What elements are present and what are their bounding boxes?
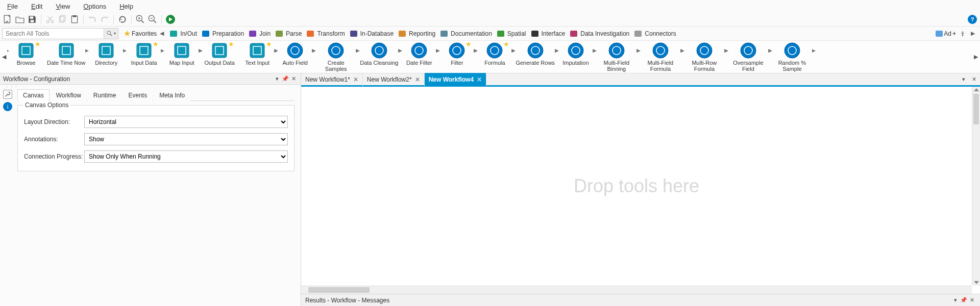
connection-progress-select[interactable]: Show Only When Running	[84, 150, 288, 163]
config-tab-canvas[interactable]: Canvas	[17, 89, 50, 101]
menu-options[interactable]: Options	[83, 3, 106, 10]
panel-dropdown-icon[interactable]: ▾	[273, 75, 281, 82]
svg-point-44	[653, 43, 668, 58]
tool-date-time-now[interactable]: ▶Date Time Now	[45, 42, 87, 72]
workflow-canvas[interactable]: Drop tools here	[301, 87, 972, 286]
tool-data-cleansing[interactable]: ▶▶Data Cleansing	[358, 42, 400, 72]
document-tab-2[interactable]: New Workflow4✕	[425, 73, 486, 86]
search-button[interactable]: ▾	[104, 28, 118, 39]
tool-multi-row-formula[interactable]: ▶▶Multi-Row Formula	[682, 42, 726, 72]
search-input[interactable]	[2, 28, 104, 39]
tool-map-input[interactable]: ▶Map Input	[163, 42, 201, 72]
tool-node-icon	[567, 42, 584, 59]
annotations-select[interactable]: Show	[84, 133, 288, 145]
results-close-icon[interactable]: ✕	[968, 297, 976, 303]
category-data-investigation[interactable]: Data Investigation	[570, 30, 629, 37]
config-tab-meta-info[interactable]: Meta Info	[154, 89, 190, 101]
tabrow-dropdown-icon[interactable]: ▾	[960, 76, 968, 83]
tool-oversample-field[interactable]: ▶▶Oversample Field	[726, 42, 770, 72]
category-parse[interactable]: Parse	[276, 30, 302, 37]
tool-filter[interactable]: ★▶▶Filter	[438, 42, 476, 72]
favorite-star-icon: ★	[503, 42, 509, 48]
menu-file[interactable]: File	[7, 3, 18, 10]
category-join[interactable]: Join	[249, 30, 271, 37]
tool-label: Multi-Field Binning	[597, 60, 636, 72]
zoom-in-icon[interactable]	[136, 15, 145, 24]
palette-next-icon[interactable]: ▶	[973, 54, 979, 60]
svg-rect-2	[31, 20, 34, 22]
undo-icon[interactable]	[88, 15, 97, 24]
svg-rect-12	[19, 43, 33, 58]
tool-browse[interactable]: ★▶Browse	[7, 42, 45, 72]
category-spatial[interactable]: Spatial	[497, 30, 526, 37]
wrench-icon[interactable]	[3, 90, 12, 99]
tool-date-filter[interactable]: ▶▶Date Filter	[400, 42, 438, 72]
category-swatch	[276, 31, 283, 37]
menu-help[interactable]: Help	[119, 3, 133, 10]
document-tab-close-icon[interactable]: ✕	[353, 76, 358, 83]
cat-prev-icon[interactable]: ◀	[158, 30, 165, 37]
category-reporting[interactable]: Reporting	[399, 30, 435, 37]
favorites-label[interactable]: Favorites	[132, 30, 157, 37]
horizontal-scrollbar[interactable]	[301, 286, 972, 294]
help-icon[interactable]: ?	[968, 15, 977, 24]
save-icon[interactable]	[28, 15, 37, 24]
input-anchor-icon: ▶	[356, 48, 360, 53]
output-anchor-icon: ▶	[812, 48, 816, 53]
document-tab-close-icon[interactable]: ✕	[415, 76, 420, 83]
refresh-icon[interactable]	[118, 15, 127, 24]
category-in-database[interactable]: In-Database	[350, 30, 394, 37]
menu-edit[interactable]: Edit	[31, 3, 42, 10]
category-documentation[interactable]: Documentation	[440, 30, 492, 37]
category-interface[interactable]: Interface	[531, 30, 566, 37]
layout-direction-select[interactable]: Horizontal	[84, 116, 288, 128]
open-icon[interactable]	[15, 15, 24, 24]
tool-text-input[interactable]: ★▶Text Input	[238, 42, 276, 72]
tool-imputation[interactable]: ▶▶Imputation	[557, 42, 595, 72]
panel-close-icon[interactable]: ✕	[289, 75, 298, 82]
config-tab-workflow[interactable]: Workflow	[51, 89, 87, 101]
results-dropdown-icon[interactable]: ▾	[951, 297, 960, 303]
menu-view[interactable]: View	[56, 3, 70, 10]
tool-output-data[interactable]: ★▶Output Data	[201, 42, 238, 72]
pin-icon[interactable]	[960, 31, 968, 37]
results-pin-icon[interactable]: 📌	[960, 297, 968, 303]
vertical-scrollbar[interactable]	[972, 87, 980, 286]
palette-prev-icon[interactable]: ◀	[1, 54, 7, 60]
tool-multi-field-formula[interactable]: ▶▶Multi-Field Formula	[639, 42, 682, 72]
config-tab-runtime[interactable]: Runtime	[88, 89, 122, 101]
add-category-label[interactable]: Ad	[944, 30, 951, 37]
connection-progress-label: Connection Progress:	[24, 153, 84, 160]
tabrow-close-icon[interactable]: ✕	[970, 76, 978, 83]
panel-pin-icon[interactable]: 📌	[281, 75, 289, 82]
tool-input-data[interactable]: ★▶Input Data	[125, 42, 163, 72]
tool-random-sample[interactable]: ▶▶Random % Sample	[770, 42, 814, 72]
favorites-star-icon: ★	[124, 29, 131, 38]
run-button[interactable]	[166, 15, 175, 24]
category-preparation[interactable]: Preparation	[202, 30, 244, 37]
config-tab-events[interactable]: Events	[123, 89, 153, 101]
category-swatch	[570, 31, 577, 37]
zoom-out-icon[interactable]	[148, 15, 157, 24]
cut-icon[interactable]	[45, 15, 55, 24]
document-tab-close-icon[interactable]: ✕	[477, 76, 482, 83]
new-icon[interactable]	[3, 15, 12, 24]
copy-icon[interactable]	[58, 15, 67, 24]
redo-icon[interactable]	[100, 15, 109, 24]
category-connectors[interactable]: Connectors	[634, 30, 676, 37]
category-label: Spatial	[507, 30, 526, 37]
tool-multi-field-binning[interactable]: ▶▶Multi-Field Binning	[595, 42, 639, 72]
category-in-out[interactable]: In/Out	[170, 30, 197, 37]
document-tab-0[interactable]: New Workflow1*✕	[301, 73, 363, 86]
cat-next-icon[interactable]: ▶	[969, 30, 976, 37]
tool-create-samples[interactable]: ▶▶Create Samples	[314, 42, 358, 72]
add-icon[interactable]: +	[952, 30, 959, 37]
document-tab-1[interactable]: New Workflow2*✕	[363, 73, 425, 86]
category-transform[interactable]: Transform	[307, 30, 345, 37]
tool-generate-rows[interactable]: ▶▶Generate Rows	[513, 42, 556, 72]
tool-formula[interactable]: ★▶▶Formula	[476, 42, 513, 72]
paste-icon[interactable]	[70, 15, 79, 24]
tool-directory[interactable]: ▶Directory	[87, 42, 125, 72]
tool-auto-field[interactable]: ▶▶Auto Field	[276, 42, 314, 72]
info-icon[interactable]: i	[3, 102, 12, 111]
